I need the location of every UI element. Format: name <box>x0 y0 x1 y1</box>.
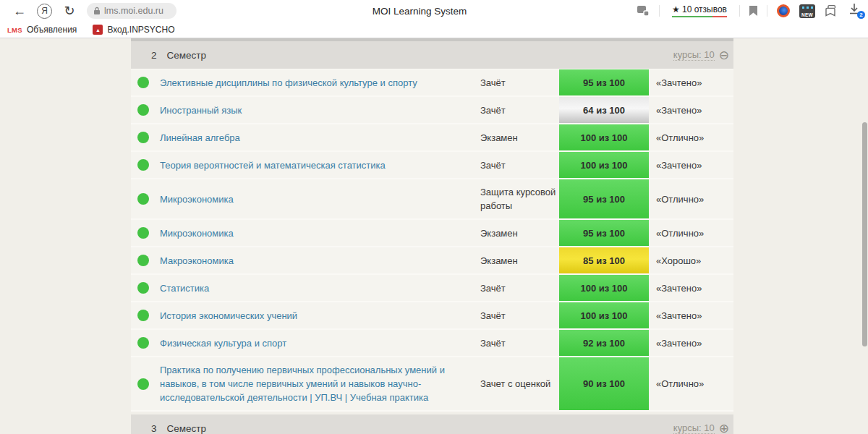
score-badge: 100 из 100 <box>559 124 649 150</box>
course-row: Линейная алгебраЭкзамен100 из 100«Отличн… <box>131 124 733 152</box>
course-row: МакроэкономикаЭкзамен85 из 100«Хорошо» <box>131 247 733 275</box>
course-link[interactable]: Микроэкономика <box>160 226 234 240</box>
exam-type: Защита курсовой работы <box>480 179 558 218</box>
courses-count-link[interactable]: курсы: 10 <box>673 49 715 61</box>
score-badge: 85 из 100 <box>559 247 649 273</box>
course-row: Иностранный языкЗачёт64 из 100«Зачтено» <box>131 97 733 124</box>
exam-type: Зачёт <box>480 330 558 356</box>
exam-type: Зачёт <box>480 69 558 95</box>
separator <box>767 5 767 17</box>
rating-label: ★ 10 отзывов <box>672 4 727 14</box>
course-link[interactable]: Теория вероятностей и математическая ста… <box>160 158 386 172</box>
site-rating[interactable]: ★ 10 отзывов <box>669 4 730 17</box>
exam-type: Зачёт <box>480 97 558 123</box>
status-dot <box>137 104 149 116</box>
course-link[interactable]: Элективные дисциплины по физической куль… <box>160 76 417 90</box>
new-extension-icon[interactable]: NEW <box>799 4 815 18</box>
exam-type: Зачет с оценкой <box>480 357 558 410</box>
status-dot <box>137 132 149 143</box>
course-row: МикроэкономикаЭкзамен95 из 100«Отлично» <box>131 220 733 247</box>
course-link[interactable]: Практика по получению первичных професси… <box>160 363 449 404</box>
grade-text: «Отлично» <box>656 179 733 218</box>
score-badge: 64 из 100 <box>559 97 649 123</box>
semester-header: 2Семестркурсы: 10⊖ <box>131 41 733 69</box>
exam-type: Экзамен <box>480 220 558 246</box>
download-icon[interactable]: 2 <box>848 3 863 19</box>
courses-count-link[interactable]: курсы: 10 <box>673 422 715 434</box>
bookmarks-bar: LMS Объявления ▲ Вход.INPSYCHO <box>0 22 868 38</box>
exam-type: Экзамен <box>480 124 558 150</box>
separator <box>739 5 740 17</box>
collections-icon[interactable] <box>825 4 839 17</box>
scrollbar-thumb[interactable] <box>862 122 867 346</box>
course-row: Элективные дисциплины по физической куль… <box>131 69 733 97</box>
course-row: МикроэкономикаЗащита курсовой работы95 и… <box>131 179 733 220</box>
grade-text: «Хорошо» <box>656 247 733 273</box>
course-row: История экономических ученийЗачёт100 из … <box>131 302 733 330</box>
semester-title: Семестр <box>167 423 207 434</box>
share-screen-icon[interactable] <box>637 5 650 17</box>
status-dot <box>137 282 149 294</box>
course-link[interactable]: Линейная алгебра <box>160 131 240 145</box>
course-link[interactable]: История экономических учений <box>160 309 297 323</box>
course-row: Теория вероятностей и математическая ста… <box>131 152 733 179</box>
grade-text: «Зачтено» <box>656 69 733 95</box>
status-dot <box>137 227 149 239</box>
inpsycho-favicon: ▲ <box>93 25 103 35</box>
course-row: СтатистикаЗачёт100 из 100«Зачтено» <box>131 275 733 302</box>
bookmark-flag-icon[interactable] <box>749 6 757 16</box>
rating-bar <box>672 16 727 17</box>
expand-icon[interactable]: ⊕ <box>719 422 729 434</box>
score-badge: 100 из 100 <box>559 275 649 301</box>
exam-type: Экзамен <box>480 247 558 273</box>
grade-text: «Зачтено» <box>656 330 733 356</box>
score-badge: 92 из 100 <box>559 330 649 356</box>
bookmark-inpsycho[interactable]: ▲ Вход.INPSYCHO <box>93 25 174 35</box>
semester-number: 3 <box>151 423 157 434</box>
score-badge: 90 из 100 <box>559 357 649 410</box>
status-dot <box>137 337 149 349</box>
grade-text: «Зачтено» <box>656 275 733 301</box>
score-badge: 100 из 100 <box>559 302 649 328</box>
course-link[interactable]: Микроэкономика <box>160 192 234 206</box>
status-dot <box>137 159 149 171</box>
lms-favicon: LMS <box>7 26 22 34</box>
exam-type: Зачёт <box>480 302 558 328</box>
status-dot <box>137 193 149 205</box>
collapse-icon[interactable]: ⊖ <box>719 49 729 61</box>
course-row: Практика по получению первичных професси… <box>131 357 733 412</box>
grade-text: «Зачтено» <box>656 152 733 178</box>
status-dot <box>137 310 149 321</box>
status-dot <box>137 255 149 266</box>
score-badge: 95 из 100 <box>559 69 649 95</box>
lms-page: 2Семестркурсы: 10⊖Элективные дисциплины … <box>0 38 868 433</box>
course-link[interactable]: Статистика <box>160 281 209 295</box>
score-badge: 100 из 100 <box>559 152 649 178</box>
course-row: Физическая культура и спортЗачёт92 из 10… <box>131 330 733 357</box>
course-link[interactable]: Макроэкономика <box>160 254 234 268</box>
status-dot <box>137 77 149 88</box>
status-dot <box>137 378 149 390</box>
grade-text: «Зачтено» <box>656 97 733 123</box>
grade-text: «Отлично» <box>656 357 733 410</box>
score-badge: 95 из 100 <box>559 179 649 218</box>
semester-title: Семестр <box>167 50 207 61</box>
browser-toolbar: ← Я ↻ lms.moi.edu.ru MOI Learning System… <box>0 0 868 22</box>
bookmark-announcements[interactable]: LMS Объявления <box>7 25 77 35</box>
exam-type: Зачёт <box>480 275 558 301</box>
course-link[interactable]: Физическая культура и спорт <box>160 336 286 350</box>
course-link[interactable]: Иностранный язык <box>160 103 242 117</box>
grade-text: «Отлично» <box>656 124 733 150</box>
grade-text: «Отлично» <box>656 220 733 246</box>
exam-type: Зачёт <box>480 152 558 178</box>
separator <box>659 5 660 17</box>
grades-table: 2Семестркурсы: 10⊖Элективные дисциплины … <box>131 38 733 434</box>
score-badge: 95 из 100 <box>559 220 649 246</box>
semester-header: 3Семестркурсы: 10⊕ <box>131 414 733 434</box>
grade-text: «Зачтено» <box>656 302 733 328</box>
download-count-badge: 2 <box>857 11 865 19</box>
browser-extension-icon[interactable] <box>777 4 790 17</box>
browser-chrome: ← Я ↻ lms.moi.edu.ru MOI Learning System… <box>0 0 868 38</box>
semester-number: 2 <box>151 50 157 61</box>
